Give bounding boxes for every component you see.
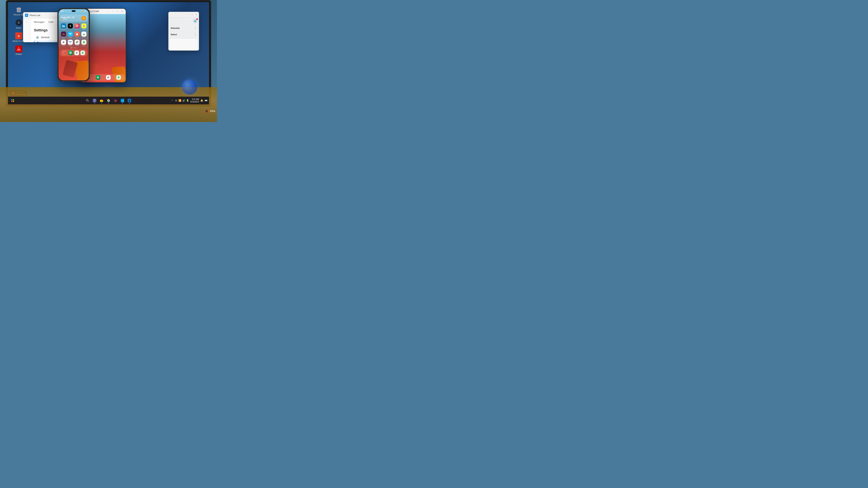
taskbar-teams[interactable]: T [91, 97, 98, 104]
snapchat-icon: 👻 [81, 24, 86, 29]
xda-text: XDA [210, 110, 215, 112]
taskbar-store[interactable]: 🛒 [119, 97, 126, 104]
rp-select-menu[interactable]: ⋮ [194, 33, 197, 36]
taskbar: T [8, 97, 209, 104]
page-dot-3 [74, 47, 75, 48]
chrome-active-dot [108, 103, 109, 103]
phone-link-taskbar-icon: 📱 [128, 99, 131, 102]
rp-select-label: Select [171, 33, 177, 36]
condition-text: Sunny [63, 19, 67, 20]
phone-screen: 8:52 ▪▪▪ 📶 83% Today 95° / 73° [59, 9, 89, 80]
linkedin-icon [61, 24, 66, 29]
linkedin-app[interactable]: LinkedIn [60, 24, 67, 30]
svg-point-38 [82, 53, 83, 53]
lists-app[interactable]: 📋 Lists [74, 32, 80, 38]
calls-tab[interactable]: Calls [49, 21, 54, 24]
start-button[interactable] [9, 97, 16, 104]
tray-wifi-icon[interactable]: 📶 [179, 99, 182, 102]
phone-status-icons: ▪▪▪ 📶 83% [81, 10, 86, 12]
3dmark-label: 3DMark [15, 53, 22, 56]
svg-point-37 [76, 53, 77, 54]
fold-maps-dock[interactable] [115, 75, 122, 80]
svg-point-35 [84, 42, 84, 42]
maps-dock-app[interactable] [80, 51, 86, 55]
slack-app[interactable]: 💼 Slack [60, 32, 67, 38]
chrome-extra-icon [74, 40, 80, 45]
chrome-extra-app[interactable]: Chrome [74, 40, 80, 46]
tray-battery-icon[interactable]: 🔋 [186, 99, 189, 102]
tray-task-icon[interactable]: ⊞ [175, 99, 178, 102]
tray-keyboard-icon[interactable]: ⌨️ [205, 99, 208, 102]
svg-line-63 [88, 101, 89, 102]
taskbar-date: 9/18/2024 [190, 100, 199, 103]
taskbar-chrome[interactable] [105, 97, 112, 104]
taskbar-explorer[interactable] [98, 97, 104, 104]
steam-image: S [15, 19, 22, 26]
3dmark-icon-container[interactable]: 3D 3DMark [12, 45, 26, 56]
calendar-app[interactable]: 31 31 Calendar [67, 40, 73, 46]
weather-widget: Today 95° / 73° Sunny ⋮ ☀️ [60, 14, 88, 22]
svg-point-62 [86, 99, 88, 101]
rp-content: ⚙️ 1 Selected ⋮ Select ⋮ [168, 17, 199, 51]
messages-tab[interactable]: Messages [34, 21, 44, 24]
tray-sound-icon[interactable]: 🔊 [182, 99, 185, 102]
taskbar-time-display[interactable]: 9:51 AM 9/18/2024 [190, 98, 199, 103]
3dmark-image: 3D [15, 45, 22, 53]
weather-sun-icon: ☀️ [81, 16, 86, 21]
x-app[interactable]: 𝕏 X [67, 24, 73, 30]
taskbar-right: ^ ⊞ 📶 🔊 🔋 9:51 AM 9/18/2024 🔔 ⌨️ [171, 97, 208, 104]
right-panel: ─ □ ✕ ⚙️ 1 Selected ⋮ [168, 12, 199, 51]
fold-minimize[interactable]: ─ [111, 10, 115, 13]
slack-taskbar-icon: 💼 [114, 99, 117, 102]
svg-text:S: S [18, 21, 20, 24]
fold-chrome-dock[interactable] [105, 75, 112, 80]
app-grid: LinkedIn 𝕏 X [59, 22, 89, 46]
devices-icon: 📱 [36, 42, 39, 42]
svg-point-57 [118, 77, 119, 78]
drive-label: Drive [83, 37, 85, 38]
drive-icon [81, 32, 86, 37]
fold-maximize[interactable]: □ [115, 10, 120, 13]
rp-close[interactable]: ✕ [194, 13, 198, 16]
page-dots [59, 46, 89, 50]
instagram-app[interactable]: Instagram [74, 24, 80, 30]
tray-notification-icon[interactable]: 🔔 [200, 99, 203, 102]
find-dock-app[interactable]: ⬆️ [68, 51, 73, 55]
taskbar-search[interactable] [85, 97, 91, 104]
devices-label: Devices [41, 42, 50, 42]
rp-minimize[interactable]: ─ [187, 13, 190, 16]
snapchat-app[interactable]: 👻 Snapchat [81, 24, 87, 30]
weather-menu-icon[interactable]: ⋮ [79, 17, 81, 20]
general-label: General [41, 36, 49, 39]
svg-rect-60 [11, 101, 12, 102]
rp-selected-item: Selected ⋮ [170, 25, 197, 31]
app-row-2: 💼 Slack [60, 32, 87, 38]
chrome-taskbar-icon [107, 99, 110, 102]
fold-close[interactable]: ✕ [120, 10, 124, 13]
chrome-dock-app[interactable] [73, 51, 80, 55]
battery-text: 83% [84, 10, 86, 11]
taskbar-phone-link[interactable]: 📱 [126, 97, 132, 104]
rp-notification-badge: 1 [196, 19, 198, 20]
music-dock-app[interactable]: 🎵 [62, 51, 68, 55]
rp-selected-menu[interactable]: ⋮ [194, 27, 197, 30]
taskbar-slack[interactable]: 💼 [113, 97, 119, 104]
xda-box-icon: ⬛ [205, 109, 209, 113]
fold-menu-dots[interactable]: ··· [107, 10, 109, 12]
rp-header: ⚙️ 1 [170, 19, 197, 24]
airtable-app[interactable]: Airtable [67, 32, 73, 38]
photos-app[interactable]: Photos [60, 40, 67, 46]
teams-active-dot [94, 103, 95, 103]
wifi-icon: 📶 [82, 10, 84, 12]
rp-gear-button[interactable]: ⚙️ 1 [193, 19, 197, 24]
tray-expand-icon[interactable]: ^ [171, 99, 174, 102]
recycle-bin-image [15, 6, 22, 13]
fold-find-dock[interactable]: ⬆️ [95, 75, 101, 80]
weather-condition: Sunny [61, 19, 79, 20]
svg-point-20 [78, 25, 78, 26]
slack-label: Slack [62, 37, 64, 38]
drive-app[interactable]: Drive [81, 32, 87, 38]
maps-extra-app[interactable]: Maps [81, 40, 87, 46]
rp-maximize[interactable]: □ [190, 13, 194, 16]
sidebar-expand-chevron[interactable]: › [26, 20, 28, 24]
